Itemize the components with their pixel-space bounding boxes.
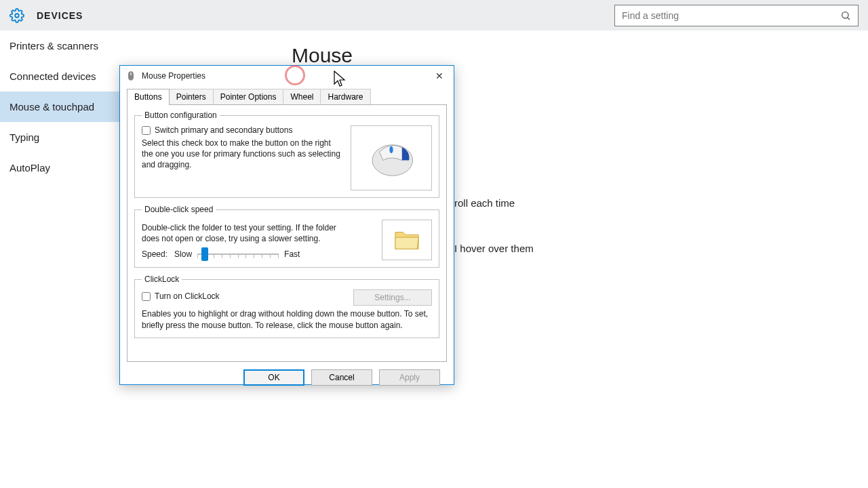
mouse-icon [125,70,136,81]
obscured-text-1: roll each time [454,197,515,209]
search-icon [840,10,851,21]
clicklock-checkbox[interactable] [142,292,151,301]
clicklock-desc: Enables you to highlight or drag without… [142,308,432,330]
tab-buttons[interactable]: Buttons [127,89,170,105]
svg-point-1 [842,12,848,18]
apply-button: Apply [379,369,440,386]
button-config-legend: Button configuration [142,110,220,120]
double-click-desc: Double-click the folder to test your set… [142,222,356,244]
double-click-group: Double-click speed Double-click the fold… [134,205,439,268]
header-title: DEVICES [37,10,614,21]
dialog-title: Mouse Properties [142,71,425,81]
tab-pointer-options[interactable]: Pointer Options [213,89,284,105]
close-button[interactable]: ✕ [431,68,448,83]
search-input[interactable] [622,10,840,21]
button-config-desc: Select this check box to make the button… [142,138,344,171]
clicklock-legend: ClickLock [142,274,182,284]
tab-panel: Button configuration Switch primary and … [127,104,447,362]
dialog-titlebar[interactable]: Mouse Properties ✕ [120,66,454,86]
sidebar-item-printers[interactable]: Printers & scanners [0,30,271,61]
obscured-text-2: I hover over them [454,243,534,254]
speed-label: Speed: [142,249,167,259]
tab-strip: Buttons Pointers Pointer Options Wheel H… [127,89,454,105]
tab-pointers[interactable]: Pointers [169,89,214,105]
slider-thumb[interactable] [201,247,208,261]
fast-label: Fast [284,249,300,259]
svg-point-0 [15,14,19,18]
clicklock-settings-button: Settings... [353,289,432,306]
tab-hardware[interactable]: Hardware [320,89,370,105]
double-click-test-folder[interactable] [382,220,432,260]
cancel-button[interactable]: Cancel [311,369,372,386]
switch-buttons-label[interactable]: Switch primary and secondary buttons [155,125,292,135]
gear-icon [9,8,24,23]
mouse-preview [351,125,432,190]
clicklock-group: ClickLock Turn on ClickLock Settings... … [134,274,439,338]
page-title: Mouse [292,44,848,67]
svg-point-3 [389,146,393,154]
ok-button[interactable]: OK [243,369,304,386]
clicklock-label[interactable]: Turn on ClickLock [155,291,220,301]
double-click-slider[interactable] [197,248,279,260]
slow-label: Slow [174,249,192,259]
double-click-legend: Double-click speed [142,205,216,214]
top-bar: DEVICES [0,0,868,30]
dialog-button-row: OK Cancel Apply [120,369,454,395]
tab-wheel[interactable]: Wheel [283,89,321,105]
mouse-properties-dialog: Mouse Properties ✕ Buttons Pointers Poin… [119,65,454,385]
button-config-group: Button configuration Switch primary and … [134,110,439,198]
search-box[interactable] [614,5,859,26]
switch-buttons-checkbox[interactable] [142,126,151,135]
